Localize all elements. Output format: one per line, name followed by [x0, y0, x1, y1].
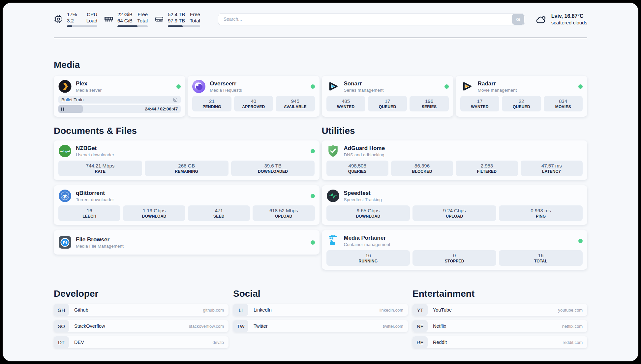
- bookmark-url: dev.to: [213, 340, 224, 345]
- memory-usage-widget: 22 GiB64 GiB FreeTotal: [104, 11, 148, 27]
- bookmark-reddit[interactable]: RE Reddit reddit.com: [412, 336, 587, 348]
- app-name: AdGuard Home: [344, 145, 385, 152]
- bookmark-url: netflix.com: [562, 324, 583, 329]
- storage-icon: [155, 15, 164, 23]
- stat-leech: 16LEECH: [58, 205, 120, 221]
- cloud-icon: [535, 14, 547, 24]
- stat-wanted: 485WANTED: [326, 96, 365, 111]
- stat-movies: 834MOVIES: [544, 96, 583, 111]
- social-column: Social LI LinkedIn linkedin.com TW Twitt…: [233, 288, 408, 348]
- bookmark-abbr: TW: [233, 320, 248, 332]
- bookmark-linkedin[interactable]: LI LinkedIn linkedin.com: [233, 304, 408, 316]
- adguard-icon: [326, 144, 340, 158]
- section-title-utilities: Utilities: [322, 125, 588, 136]
- dashboard: 17%3.2 CPULoad: [3, 3, 638, 361]
- app-name: Overseerr: [210, 80, 242, 87]
- app-description: DNS and adblocking: [344, 152, 385, 158]
- app-name: Media Portainer: [344, 234, 390, 242]
- bookmark-abbr: GH: [54, 304, 69, 316]
- app-description: Media File Management: [76, 243, 124, 249]
- bookmark-abbr: SO: [54, 320, 69, 332]
- stat-pending: 21PENDING: [192, 96, 231, 111]
- bookmark-url: linkedin.com: [380, 308, 403, 313]
- section-title-developer: Developer: [54, 288, 229, 299]
- stat-rate: 744.21 MbpsRATE: [58, 161, 142, 176]
- bookmark-name: Netflix: [433, 323, 446, 329]
- app-card-overseerr[interactable]: Overseerr Media Requests 21PENDING 40APP…: [188, 76, 319, 117]
- svg-text:nzbget: nzbget: [60, 149, 70, 153]
- pause-icon[interactable]: [61, 107, 64, 111]
- bookmark-name: Reddit: [433, 340, 447, 345]
- bookmark-abbr: DT: [54, 336, 69, 348]
- top-bar: 17%3.2 CPULoad: [54, 11, 587, 28]
- status-dot: [444, 84, 449, 89]
- bookmark-abbr: RE: [412, 336, 428, 348]
- weather-condition: scattered clouds: [551, 19, 587, 26]
- app-card-qbittorrent[interactable]: qb qBittorrent Torrent downloader 16LEEC…: [54, 185, 320, 225]
- app-card-portainer[interactable]: Media Portainer Container management 16R…: [322, 230, 588, 270]
- stat-stopped: 0STOPPED: [412, 250, 496, 266]
- filebrowser-icon: [58, 236, 72, 249]
- screenshot-icon[interactable]: [173, 97, 178, 102]
- storage-usage-widget: 52.4 TB97.9 TB FreeTotal: [155, 11, 200, 27]
- cpu-labels: CPULoad: [86, 11, 97, 24]
- app-card-filebrowser[interactable]: File Browser Media File Management: [54, 230, 320, 255]
- bookmark-youtube[interactable]: YT YouTube youtube.com: [412, 304, 587, 316]
- memory-progress-bar: [117, 25, 148, 27]
- now-playing-title: Bullet Train: [61, 97, 84, 102]
- bookmark-stackoverflow[interactable]: SO StackOverflow stackoverflow.com: [54, 320, 229, 332]
- app-card-nzbget[interactable]: nzbget NZBGet Usenet downloader 744.21 M…: [54, 140, 320, 180]
- app-name: Plex: [76, 80, 102, 87]
- stat-series: 196SERIES: [410, 96, 448, 111]
- bookmark-dev[interactable]: DT DEV dev.to: [54, 336, 229, 348]
- app-name: Sonarr: [344, 80, 384, 87]
- bookmark-abbr: YT: [412, 304, 428, 316]
- search-provider-button[interactable]: G: [512, 14, 524, 25]
- app-card-plex[interactable]: Plex Media server Bullet Train 24:44 / 0…: [54, 76, 185, 117]
- playback-time: 24:44 / 02:06:47: [145, 106, 178, 111]
- bookmark-url: github.com: [203, 308, 224, 313]
- app-card-radarr[interactable]: Radarr Movie management 17WANTED 22QUEUE…: [456, 76, 587, 117]
- app-card-sonarr[interactable]: Sonarr Series management 485WANTED 17QUE…: [322, 76, 453, 117]
- status-dot: [311, 84, 315, 89]
- bookmark-url: youtube.com: [558, 308, 583, 313]
- stat-download: 1.19 GbpsDOWNLOAD: [123, 205, 185, 221]
- bookmark-netflix[interactable]: NF Netflix netflix.com: [412, 320, 587, 332]
- stat-queued: 22QUEUED: [502, 96, 541, 111]
- status-dot: [176, 84, 181, 89]
- stat-blocked: 86,396BLOCKED: [391, 161, 453, 176]
- bookmark-abbr: LI: [233, 304, 248, 316]
- stat-download: 9.65 GbpsDOWNLOAD: [326, 205, 410, 221]
- search-input[interactable]: [218, 13, 525, 25]
- bookmark-name: StackOverflow: [74, 323, 105, 329]
- now-playing-row: Bullet Train: [58, 96, 181, 104]
- stat-latency: 47.57 msLATENCY: [521, 161, 583, 176]
- app-description: Media Requests: [210, 87, 242, 93]
- bookmark-name: Twitter: [254, 323, 268, 329]
- bookmark-url: reddit.com: [563, 340, 583, 345]
- stat-remaining: 266 GBREMAINING: [145, 161, 229, 176]
- search-bar: G: [218, 13, 525, 25]
- status-dot: [578, 239, 583, 243]
- app-description: Media server: [76, 87, 102, 93]
- stat-approved: 40APPROVED: [234, 96, 273, 111]
- app-description: Movie management: [478, 87, 517, 93]
- playback-seek-bar[interactable]: 24:44 / 02:06:47: [58, 105, 181, 113]
- app-card-adguard[interactable]: AdGuard Home DNS and adblocking 498,508Q…: [322, 140, 588, 180]
- app-card-speedtest[interactable]: Speedtest Speedtest Tracking 9.65 GbpsDO…: [322, 185, 588, 225]
- cpu-usage-widget: 17%3.2 CPULoad: [54, 11, 97, 27]
- stat-upload: 618.52 MbpsUPLOAD: [253, 205, 315, 221]
- weather-widget: Lviv, 16.87°C scattered clouds: [535, 13, 587, 26]
- plex-icon: [58, 80, 72, 93]
- bookmark-twitter[interactable]: TW Twitter twitter.com: [233, 320, 408, 332]
- documents-column: Documents & Files nzbget NZBGet U: [54, 125, 320, 270]
- cpu-icon: [54, 15, 63, 24]
- section-title-documents: Documents & Files: [54, 125, 320, 136]
- status-dot: [311, 194, 315, 198]
- bookmark-name: YouTube: [433, 307, 452, 313]
- bookmark-github[interactable]: GH Github github.com: [54, 304, 229, 316]
- stat-running: 16RUNNING: [326, 250, 410, 266]
- radarr-icon: [460, 80, 473, 93]
- section-title-entertainment: Entertainment: [412, 288, 587, 299]
- cpu-values: 17%3.2: [67, 11, 77, 24]
